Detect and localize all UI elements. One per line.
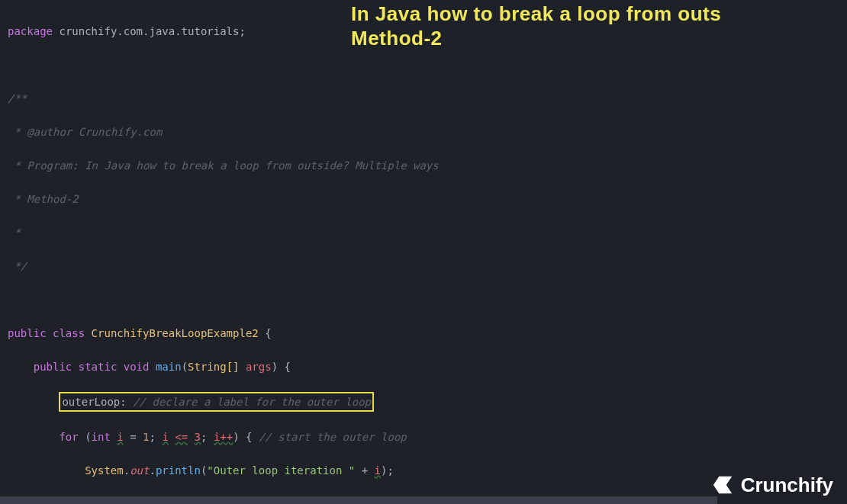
code-line: * Program: In Java how to break a loop f… (8, 157, 847, 174)
crunchify-logo: Crunchify (712, 474, 833, 496)
code-line: public class CrunchifyBreakLoopExample2 … (8, 325, 847, 342)
code-line: /** (8, 90, 847, 107)
code-line: * @author Crunchify.com (8, 124, 847, 140)
scrollbar-thumb[interactable] (0, 496, 717, 504)
code-editor[interactable]: package crunchify.com.java.tutorials; /*… (0, 0, 847, 504)
crunchify-logo-icon (712, 474, 735, 496)
label-highlight: outerLoop: // declare a label for the ou… (59, 392, 374, 412)
code-line: for (int i = 1; i <= 3; i++) { // start … (8, 429, 847, 445)
code-line: outerLoop: // declare a label for the ou… (8, 392, 847, 412)
horizontal-scrollbar[interactable] (0, 496, 847, 504)
code-line: * (8, 224, 847, 241)
code-line: */ (8, 258, 847, 274)
crunchify-logo-text: Crunchify (741, 477, 833, 493)
code-line (8, 291, 847, 308)
code-line (8, 56, 847, 73)
code-line: * Method-2 (8, 191, 847, 207)
code-line: package crunchify.com.java.tutorials; (8, 23, 847, 40)
code-line: public static void main(String[] args) { (8, 358, 847, 375)
